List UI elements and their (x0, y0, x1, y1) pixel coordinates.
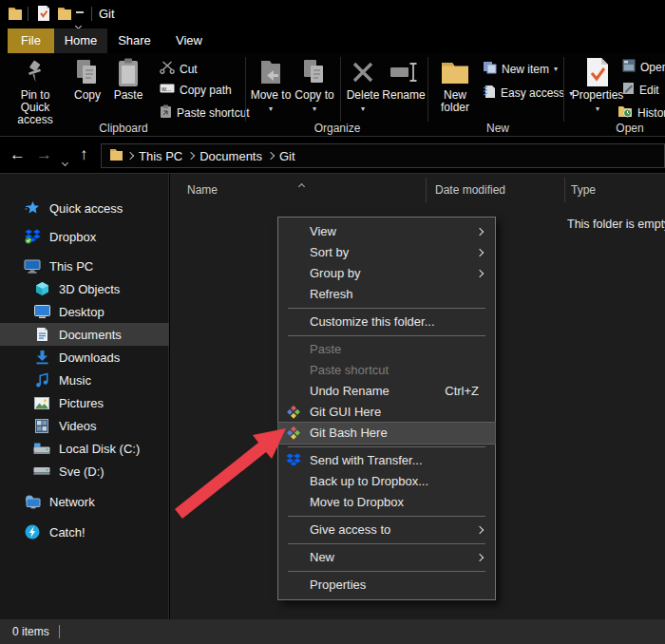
breadcrumb-git[interactable]: Git (274, 149, 301, 163)
move-to-button[interactable]: Move to▾ (250, 55, 292, 115)
quick-access-icon (23, 200, 42, 216)
delete-icon (351, 55, 375, 89)
window-title: Git (99, 7, 115, 21)
menu-item-sort-by[interactable]: Sort by (278, 242, 495, 263)
open-icon (622, 59, 636, 75)
sidebar-item-pictures[interactable]: Pictures (0, 391, 169, 414)
menu-item-send-with-transfer[interactable]: Send with Transfer... (278, 450, 495, 471)
folder-icon[interactable] (57, 6, 72, 24)
videos-icon (32, 419, 51, 433)
properties-icon (585, 55, 610, 89)
sidebar-item-sve-d[interactable]: Sve (D:) (0, 460, 169, 483)
recent-locations-icon[interactable] (63, 152, 67, 169)
folder-icon[interactable] (8, 6, 23, 24)
address-bar-row: ← → ↑ This PC Documents Git (0, 138, 665, 174)
sidebar-item-local-disk-c[interactable]: Local Disk (C:) (0, 437, 169, 460)
menu-item-give-access-to[interactable]: Give access to (278, 520, 495, 540)
tab-view[interactable]: View (162, 28, 217, 53)
menu-item-git-bash-here[interactable]: Git Bash Here (278, 423, 495, 444)
back-icon[interactable]: ← (10, 145, 26, 164)
music-icon (32, 372, 51, 388)
sidebar-item-music[interactable]: Music (0, 369, 169, 391)
column-header-date-modified[interactable]: Date modified (435, 183, 505, 197)
new-folder-button[interactable]: New folder (432, 55, 478, 114)
edit-button[interactable]: Edit (622, 82, 659, 98)
delete-button[interactable]: Delete▾ (344, 55, 382, 115)
shortcut-label: Ctrl+Z (445, 381, 479, 402)
git-icon (286, 426, 301, 447)
easy-access-icon (483, 85, 496, 102)
column-header-type[interactable]: Type (571, 183, 596, 197)
menu-item-undo-rename[interactable]: Undo Rename Ctrl+Z (278, 381, 495, 402)
context-menu: View Sort by Group by Refresh Customize … (277, 217, 496, 600)
new-item-button[interactable]: New item ▾ (483, 61, 558, 77)
properties-icon[interactable] (37, 5, 50, 26)
menu-separator (288, 308, 485, 309)
column-separator[interactable] (426, 178, 427, 202)
group-label-open: Open (597, 122, 663, 135)
copy-path-button[interactable]: w... Copy path (160, 83, 232, 97)
items-count-label: 0 items (12, 625, 49, 638)
status-bar-divider (59, 625, 60, 638)
this-pc-icon (23, 259, 42, 274)
sidebar-item-downloads[interactable]: Downloads (0, 346, 169, 369)
copy-to-icon (302, 55, 327, 89)
menu-item-move-to-dropbox[interactable]: Move to Dropbox (278, 492, 495, 513)
tab-home[interactable]: Home (54, 28, 107, 53)
new-folder-icon (440, 55, 470, 89)
sidebar-item-desktop[interactable]: Desktop (0, 300, 169, 323)
forward-icon[interactable]: → (36, 145, 52, 164)
submenu-arrow-icon (476, 270, 484, 277)
rename-button[interactable]: Rename (382, 55, 426, 102)
group-separator (245, 57, 246, 122)
column-separator[interactable] (564, 178, 565, 202)
tab-file[interactable]: File (8, 28, 54, 53)
group-separator (340, 57, 341, 122)
empty-folder-text: This folder is empty. (567, 218, 665, 231)
menu-item-git-gui-here[interactable]: Git GUI Here (278, 402, 495, 423)
sidebar-item-dropbox[interactable]: Dropbox (0, 225, 169, 248)
edit-icon (622, 82, 635, 98)
sidebar-item-documents[interactable]: Documents (0, 323, 169, 346)
copy-button[interactable]: Copy (68, 55, 106, 102)
address-bar[interactable]: This PC Documents Git (101, 143, 665, 168)
group-separator (563, 57, 564, 122)
dropdown-arrow-icon: ▾ (361, 104, 365, 113)
up-icon[interactable]: ↑ (80, 145, 88, 164)
menu-item-properties[interactable]: Properties (278, 575, 495, 596)
pictures-icon (32, 397, 51, 409)
column-header-name[interactable]: Name (187, 183, 218, 197)
menu-item-refresh[interactable]: Refresh (278, 284, 495, 305)
cut-button[interactable]: Cut (160, 61, 198, 77)
copy-path-icon: w... (160, 83, 175, 97)
tab-share[interactable]: Share (107, 28, 162, 53)
menu-item-new[interactable]: New (278, 547, 495, 568)
sidebar-item-3d-objects[interactable]: 3D Objects (0, 277, 169, 300)
paste-button[interactable]: Paste (108, 55, 148, 102)
menu-item-back-up-to-dropbox[interactable]: Back up to Dropbox... (278, 471, 495, 492)
copy-to-button[interactable]: Copy to▾ (294, 55, 335, 115)
sidebar-item-catch[interactable]: Catch! (0, 521, 169, 543)
title-bar: Git (0, 0, 665, 28)
menu-item-customize-this-folder[interactable]: Customize this folder... (278, 312, 495, 332)
dropdown-arrow-icon: ▾ (313, 104, 316, 113)
sidebar-item-network[interactable]: Network (0, 490, 169, 513)
breadcrumb-documents[interactable]: Documents (194, 149, 268, 163)
sidebar-item-this-pc[interactable]: This PC (0, 255, 169, 277)
menu-item-view[interactable]: View (278, 221, 495, 242)
pin-to-quick-access-button[interactable]: Pin to Quick access (6, 55, 65, 126)
catch-icon (23, 524, 42, 540)
history-button[interactable]: History (618, 104, 665, 121)
sidebar-item-videos[interactable]: Videos (0, 414, 169, 437)
breadcrumb-this-pc[interactable]: This PC (133, 149, 188, 163)
copy-icon (75, 55, 100, 89)
qat-separator (91, 7, 92, 21)
address-folder-icon (102, 147, 127, 164)
submenu-arrow-icon (476, 554, 484, 561)
group-label-organize: Organize (299, 122, 375, 135)
easy-access-button[interactable]: Easy access ▾ (483, 85, 573, 102)
menu-item-group-by[interactable]: Group by (278, 263, 495, 284)
sidebar-item-quick-access[interactable]: Quick access (0, 197, 169, 219)
open-button[interactable]: Open (622, 59, 665, 75)
paste-shortcut-button[interactable]: Paste shortcut (160, 104, 250, 122)
